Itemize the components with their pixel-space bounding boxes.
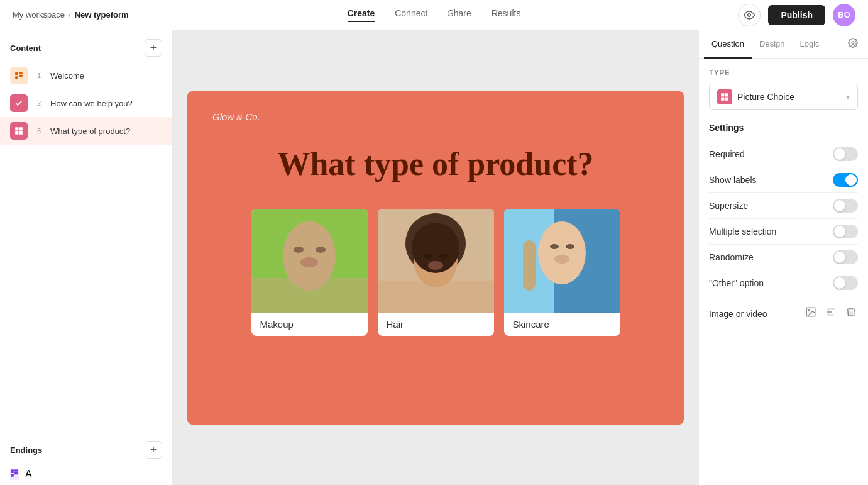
svg-rect-7 <box>15 131 18 135</box>
image-add-button[interactable] <box>804 305 818 322</box>
tab-create[interactable]: Create <box>348 8 375 22</box>
picture-icon <box>10 122 28 140</box>
setting-randomize-label: Randomize <box>709 252 754 262</box>
svg-point-32 <box>554 255 569 264</box>
panel-settings-icon[interactable] <box>843 33 863 55</box>
preview-button[interactable] <box>738 4 761 26</box>
image-edit-button[interactable] <box>824 305 838 322</box>
toggle-randomize[interactable] <box>833 250 858 264</box>
ending-icon <box>10 469 19 480</box>
ending-item-a[interactable]: A <box>0 464 172 485</box>
svg-rect-26 <box>378 281 494 313</box>
item-label-2: How can we help you? <box>50 99 162 108</box>
add-ending-button[interactable]: + <box>145 441 162 459</box>
sidebar-items-list: 1 Welcome 2 How can we help you? <box>0 62 172 432</box>
endings-label: Endings <box>10 445 42 455</box>
toggle-show-labels[interactable] <box>833 173 858 187</box>
left-sidebar: Content + 1 Welcome <box>0 30 173 485</box>
tab-share[interactable]: Share <box>448 8 471 22</box>
picture-choices: Makeup <box>212 209 659 336</box>
form-question: What type of product? <box>212 145 659 184</box>
svg-point-16 <box>316 247 326 253</box>
image-video-actions <box>804 305 858 322</box>
item-label-1: Welcome <box>50 71 162 81</box>
workspace-link[interactable]: My workspace <box>13 10 65 20</box>
type-dropdown[interactable]: Picture Choice ▾ <box>709 84 858 110</box>
item-num-3: 3 <box>34 127 44 135</box>
check-icon <box>10 94 28 112</box>
setting-supersize-label: Supersize <box>709 201 748 211</box>
item-num-1: 1 <box>34 72 44 79</box>
svg-point-29 <box>538 221 586 284</box>
picture-card-makeup[interactable]: Makeup <box>251 209 368 336</box>
setting-required: Required <box>709 142 858 167</box>
settings-title: Settings <box>709 123 858 133</box>
item-num-2: 2 <box>34 99 44 107</box>
makeup-label: Makeup <box>251 313 368 336</box>
picture-card-skincare[interactable]: Skincare <box>504 209 620 336</box>
form-brand: Glow & Co. <box>212 111 659 122</box>
sidebar-item-product[interactable]: 3 What type of product? <box>0 117 172 145</box>
svg-rect-33 <box>523 240 536 291</box>
setting-other-option-label: "Other" option <box>709 278 764 288</box>
svg-point-24 <box>439 254 448 259</box>
svg-rect-2 <box>19 72 23 74</box>
type-section-title: Type <box>709 69 858 77</box>
setting-show-labels-label: Show labels <box>709 175 757 185</box>
svg-point-0 <box>748 13 751 16</box>
svg-point-25 <box>428 261 443 270</box>
sidebar-item-help[interactable]: 2 How can we help you? <box>0 89 172 117</box>
publish-button[interactable]: Publish <box>768 5 825 25</box>
svg-rect-37 <box>721 98 724 101</box>
setting-show-labels: Show labels <box>709 167 858 193</box>
panel-body: Type Picture Choice ▾ Settings Re <box>699 59 868 332</box>
svg-rect-10 <box>14 469 18 472</box>
svg-rect-4 <box>15 76 18 79</box>
setting-supersize: Supersize <box>709 193 858 219</box>
add-content-button[interactable]: + <box>145 39 162 57</box>
setting-multiple-selection-label: Multiple selection <box>709 226 776 237</box>
svg-rect-36 <box>725 93 728 96</box>
panel-tab-question[interactable]: Question <box>704 30 752 59</box>
toggle-multiple-selection-knob <box>834 226 845 237</box>
tab-results[interactable]: Results <box>492 8 521 22</box>
svg-rect-8 <box>19 131 23 135</box>
svg-point-15 <box>294 247 304 253</box>
avatar[interactable]: BO <box>833 4 855 26</box>
nav-right-area: Publish BO <box>738 4 855 26</box>
form-name: New typeform <box>75 10 129 20</box>
nav-tabs: Create Connect Share Results <box>348 8 521 22</box>
image-delete-button[interactable] <box>844 305 858 322</box>
toggle-required[interactable] <box>833 147 858 161</box>
panel-tab-logic[interactable]: Logic <box>793 30 827 59</box>
panel-tab-design[interactable]: Design <box>752 30 792 59</box>
toggle-supersize[interactable] <box>833 199 858 213</box>
svg-point-17 <box>300 257 318 267</box>
tab-connect[interactable]: Connect <box>395 8 427 22</box>
top-nav: My workspace / New typeform Create Conne… <box>0 0 868 30</box>
endings-section-header: Endings + <box>0 432 172 464</box>
skincare-label: Skincare <box>504 313 620 336</box>
hair-label: Hair <box>378 313 494 336</box>
svg-rect-11 <box>14 472 18 475</box>
item-label-3: What type of product? <box>50 126 162 136</box>
svg-point-34 <box>852 42 854 44</box>
sidebar-item-welcome[interactable]: 1 Welcome <box>0 62 172 89</box>
content-section-header: Content + <box>0 30 172 62</box>
toggle-multiple-selection[interactable] <box>833 225 858 238</box>
toggle-other-option[interactable] <box>833 276 858 290</box>
type-dropdown-icon <box>717 89 732 104</box>
hair-image <box>378 209 494 313</box>
svg-rect-6 <box>19 127 23 130</box>
svg-point-30 <box>550 244 559 249</box>
setting-other-option: "Other" option <box>709 270 858 296</box>
svg-point-23 <box>424 254 432 259</box>
setting-multiple-selection: Multiple selection <box>709 219 858 245</box>
panel-tabs: Question Design Logic <box>699 30 868 59</box>
ending-item-label: A <box>25 469 32 480</box>
image-video-row: Image or video <box>709 305 858 322</box>
svg-point-40 <box>808 309 810 311</box>
image-video-label: Image or video <box>709 309 767 319</box>
picture-card-hair[interactable]: Hair <box>378 209 494 336</box>
type-dropdown-label: Picture Choice <box>737 92 841 102</box>
